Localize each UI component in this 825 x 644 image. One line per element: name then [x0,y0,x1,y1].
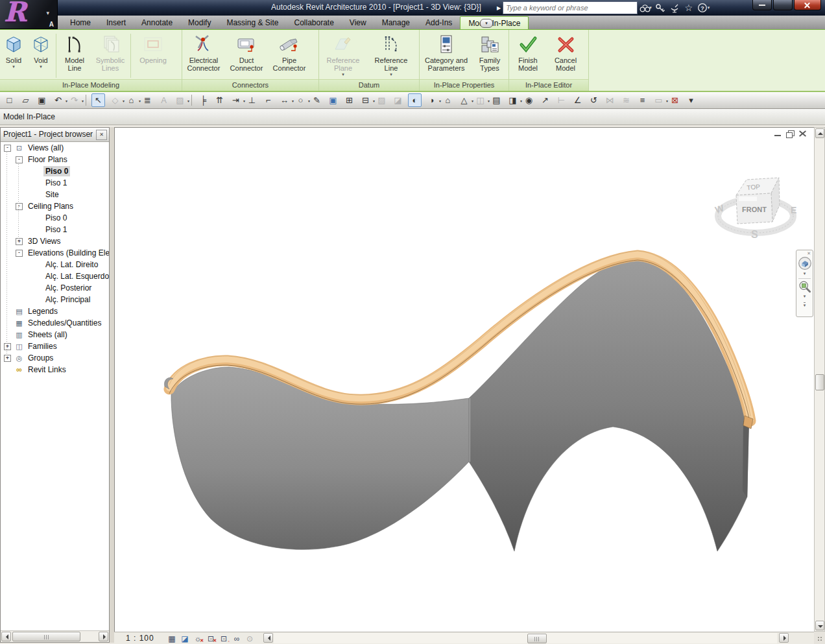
tree-expander-icon[interactable]: - [16,203,23,210]
browser-item-sheets[interactable]: ▥ Sheets (all) [1,329,109,340]
opening-button[interactable]: Opening [132,32,174,64]
communication-center-icon[interactable] [667,2,682,14]
symbolic-lines-button[interactable]: Symbolic Lines [91,32,129,72]
multi-curve-button[interactable]: ≋ [620,94,632,106]
tree-expander-icon[interactable]: + [4,343,11,350]
model-line-button[interactable]: Model Line [58,32,91,72]
visibility-graphics-button[interactable]: ≣ [141,94,154,106]
search-expander-icon[interactable]: ▶ [497,5,501,11]
browser-item-3d-views[interactable]: + 3D Views [1,235,109,247]
show-crop-region-button[interactable]: ⊡◦ [218,633,230,644]
model-graphics-style-button[interactable]: ◪ [179,633,191,644]
group-button[interactable]: ⊞ [343,94,355,106]
solid-dropdown-icon[interactable]: ▾ [12,65,15,69]
browser-item-views-all[interactable]: - ⊡ Views (all) [1,142,109,154]
finish-model-button[interactable]: Finish Model [509,32,547,72]
tab-modify[interactable]: Modify [180,16,219,29]
mirror-button[interactable]: ⋈ [604,94,616,106]
zoom-dropdown-icon[interactable]: ▾ [804,294,806,299]
roof-button[interactable]: △ [458,94,470,106]
default-3d-view-button[interactable]: ⌂ [125,94,138,106]
tab-add-ins[interactable]: Add-Ins [418,16,460,29]
browser-item-floor-plans[interactable]: - Floor Plans [1,154,109,165]
sketch-line-button[interactable]: ✎ [311,94,323,106]
duct-connector-button[interactable]: Duct Connector [225,32,268,72]
place-component-button[interactable]: ◇ [109,94,121,106]
home-view-button[interactable]: ⌂ [442,94,454,106]
section-box-button[interactable]: ▣ [327,94,339,106]
viewcube-south-label[interactable]: S [751,229,758,240]
filled-region-button[interactable]: ▨ [174,94,186,106]
viewcube-top-label[interactable]: TOP [747,183,761,191]
navbar-close-icon[interactable]: ✕ [807,251,811,256]
favorites-star-icon[interactable]: ☆ [682,2,696,14]
worksets-button[interactable]: ≡ [636,94,649,106]
tab-annotate[interactable]: Annotate [134,16,180,29]
tab-insert[interactable]: Insert [99,16,134,29]
category-and-parameters-button[interactable]: Category and Parameters [420,32,473,72]
browser-horizontal-scrollbar[interactable] [1,630,109,642]
text-button[interactable]: A [158,94,170,106]
save-button[interactable]: ▣ [36,94,48,106]
redo-button[interactable]: ↷ [68,94,80,106]
split-button[interactable]: ⊥ [246,94,258,106]
steering-wheel-icon[interactable] [798,256,812,270]
render-button[interactable]: ◉ [523,94,535,106]
solid-button[interactable]: Solid ▾ [0,32,27,69]
view-minimize-icon[interactable] [774,130,782,137]
viewcube[interactable]: W E S TOP FRONT [714,171,805,242]
scroll-down-button[interactable] [815,621,824,630]
scroll-right-button[interactable] [99,632,108,641]
browser-item-schedules[interactable]: ▦ Schedules/Quantities [1,317,109,329]
modify-cursor-button[interactable]: ↖ [91,93,105,107]
browser-item-ceiling-plans[interactable]: - Ceiling Plans [1,200,109,212]
reference-line-dropdown-icon[interactable]: ▾ [390,73,392,77]
sun-path-button[interactable]: ◐ [408,93,422,107]
project-browser-close-icon[interactable]: ✕ [96,130,107,140]
close-hidden-windows-button[interactable]: ⊠ [669,94,681,106]
rotate-button[interactable]: ↺ [588,94,600,106]
vertical-scrollbar-thumb[interactable] [815,374,824,390]
demolish-button[interactable]: ○ [294,94,307,106]
array-button[interactable]: ⇈ [213,94,226,106]
browser-item-groups[interactable]: + ◎ Groups [1,352,109,364]
tree-expander-icon[interactable]: - [16,156,23,163]
void-button[interactable]: Void ▾ [27,32,54,69]
browser-item-elevations[interactable]: - Elevations (Building Ele [1,247,109,259]
link-revit-button[interactable]: ◫ [474,94,486,106]
scroll-left-button[interactable] [1,632,11,641]
open-file-button[interactable]: ▱ [19,94,32,106]
family-types-button[interactable]: Family Types [473,32,507,72]
search-binoculars-icon[interactable] [638,2,652,14]
tab-massing-site[interactable]: Massing & Site [219,16,286,29]
browser-item-piso-1[interactable]: Piso 1 [1,177,109,189]
tree-expander-icon[interactable]: + [4,355,11,362]
tree-expander-icon[interactable]: - [4,145,11,152]
tree-expander-icon[interactable]: + [16,238,23,245]
detail-level-button[interactable]: ▦ [166,633,178,644]
tab-model-in-place[interactable]: Model In-Place [460,16,529,29]
reference-line-button[interactable]: Reference Line ▾ [367,32,415,77]
new-file-button[interactable]: □ [3,94,16,106]
browser-scrollbar-thumb[interactable] [12,632,80,641]
hscroll-right-button[interactable] [779,633,789,643]
render-region-button[interactable]: ▨ [376,94,388,106]
drawing-area[interactable]: W E S TOP FRONT ✕ ▾ ▾ ▾ [114,127,814,632]
browser-item-ceiling-piso-0[interactable]: Piso 0 [1,212,109,224]
browser-item-site[interactable]: Site [1,189,109,200]
tab-home[interactable]: Home [62,16,99,29]
tab-view[interactable]: View [342,16,374,29]
align-button[interactable]: ╞ [197,94,209,106]
tab-manage[interactable]: Manage [374,16,418,29]
viewcube-front-label[interactable]: FRONT [742,206,767,213]
horizontal-scrollbar-thumb[interactable] [527,634,547,643]
browser-item-ceiling-piso-1[interactable]: Piso 1 [1,224,109,235]
sheet-button[interactable]: ▤ [490,94,503,106]
compare-button[interactable]: ▭ [652,94,665,106]
scale-button[interactable]: 1 : 100 [126,634,154,643]
help-icon[interactable]: ? [696,2,710,14]
browser-item-alc-principal[interactable]: Alç. Principal [1,294,109,305]
vertical-scrollbar[interactable] [814,127,825,632]
temporary-hide-isolate-button[interactable]: ∞ [231,633,243,644]
extrusion-button[interactable]: ⊟ [359,94,372,106]
